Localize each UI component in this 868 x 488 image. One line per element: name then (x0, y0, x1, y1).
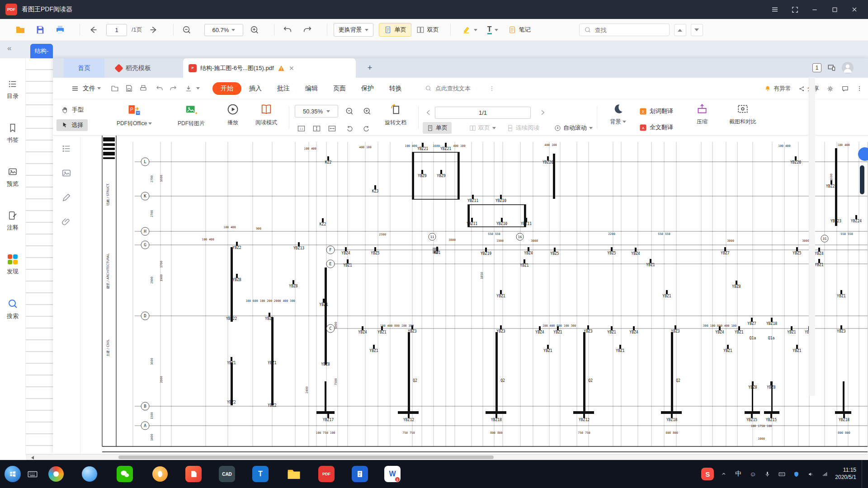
select-tool-button[interactable]: 选择 (57, 119, 88, 131)
actual-size-icon[interactable]: 1:1 (296, 123, 306, 133)
menu-edit[interactable]: 编辑 (305, 84, 318, 93)
print-icon[interactable] (139, 84, 147, 93)
comment-icon[interactable] (841, 85, 849, 93)
menu-file[interactable]: 文件 (83, 84, 95, 93)
fit-height-icon[interactable] (311, 123, 321, 133)
play-button[interactable]: 播放 (219, 103, 246, 127)
zoom-in-icon[interactable] (248, 23, 261, 37)
sogou-tray-icon[interactable]: S (701, 468, 714, 480)
redo-icon[interactable] (169, 84, 177, 93)
continuous-read-button[interactable]: 连续阅读 (503, 122, 543, 134)
vertical-scrollbar-thumb[interactable] (860, 165, 864, 194)
app-360-browser[interactable] (46, 464, 66, 484)
menu-convert[interactable]: 转换 (389, 84, 402, 93)
horizontal-scrollbar-thumb[interactable] (118, 455, 494, 459)
sidebar-item-discover[interactable]: 发现 (7, 254, 19, 276)
tray-expand-icon[interactable] (719, 469, 728, 479)
print-icon[interactable] (53, 23, 67, 37)
open-folder-icon[interactable] (111, 84, 119, 93)
app-wps-pdf[interactable] (350, 464, 370, 484)
zoom-out-icon[interactable] (180, 23, 193, 37)
shield-icon[interactable] (792, 469, 801, 479)
compress-button[interactable]: 压缩 (688, 103, 716, 126)
tab-template[interactable]: 稻壳模板 (108, 58, 159, 78)
single-page-button[interactable]: 单页 (379, 23, 411, 37)
attachment-icon[interactable] (61, 217, 71, 227)
note-button[interactable]: 笔记 (503, 23, 536, 37)
ime-indicator[interactable]: 中 (734, 469, 743, 479)
ribbon-zoom-select[interactable]: 50.35% (295, 105, 338, 117)
rotate-document-button[interactable]: 旋转文档 (379, 103, 412, 127)
tab-document[interactable]: P 结构-施工图-6号...图(15).pdf (183, 58, 356, 78)
outline-strip[interactable] (26, 58, 53, 454)
zoom-out-icon[interactable] (344, 106, 354, 116)
background-button[interactable]: 背景 (602, 103, 634, 126)
touch-keyboard-icon[interactable] (23, 464, 42, 484)
zoom-select[interactable]: 60.7% (204, 24, 243, 36)
menu-insert[interactable]: 插入 (249, 84, 262, 93)
abnormal-button[interactable]: 有异常 (764, 84, 791, 93)
tab-home[interactable]: 首页 (64, 58, 104, 78)
hand-tool-button[interactable]: 手型 (57, 104, 88, 116)
drawing-canvas[interactable]: 结施 / STRUCT.建筑 / ARCHITECTURAL土建 / CIVIL… (80, 136, 868, 454)
undo-icon[interactable] (281, 23, 294, 37)
collapse-sidebar-button[interactable]: « (7, 44, 11, 53)
pdf-to-office-button[interactable]: PW PDF转Office (107, 103, 161, 127)
find-prev-button[interactable] (674, 24, 686, 36)
app-qq[interactable] (150, 464, 170, 484)
save-icon[interactable] (33, 23, 47, 37)
word-translate-button[interactable]: 文 划词翻译 (639, 107, 673, 115)
network-icon[interactable] (821, 469, 830, 479)
undo-icon[interactable] (156, 84, 164, 93)
prev-page-icon[interactable] (424, 108, 434, 117)
device-sync-icon[interactable] (827, 63, 836, 72)
start-button[interactable] (3, 464, 23, 484)
notification-badge[interactable]: 1 (812, 63, 821, 72)
app-browser-sphere[interactable] (80, 464, 99, 484)
ribbon-double-page-button[interactable]: 双页 (465, 122, 500, 134)
microphone-icon[interactable] (763, 469, 772, 479)
assistant-float-button[interactable] (858, 147, 868, 161)
snapshot-compare-button[interactable]: 截图和对比 (721, 103, 764, 126)
keyboard-icon[interactable] (777, 469, 786, 479)
text-tool-button[interactable]: T (482, 23, 503, 37)
double-page-button[interactable]: 双页 (411, 23, 444, 37)
page-number-input[interactable] (106, 24, 127, 36)
fullscreen-icon[interactable] (785, 0, 805, 19)
sidebar-item-bookmarks[interactable]: 书签 (7, 123, 19, 144)
user-avatar[interactable] (842, 62, 854, 74)
app-wechat[interactable] (115, 464, 135, 484)
pdf-to-image-button[interactable]: PDF转图片 (166, 103, 217, 127)
export-icon[interactable] (184, 84, 193, 93)
search-box[interactable] (579, 23, 670, 36)
read-mode-button[interactable]: 阅读模式 (247, 103, 285, 127)
search-input[interactable] (595, 27, 654, 33)
more-dots-icon[interactable] (856, 85, 863, 92)
redo-icon[interactable] (301, 23, 314, 37)
ribbon-single-page-button[interactable]: 单页 (423, 122, 452, 134)
emoji-tray-icon[interactable]: ☺ (748, 469, 757, 479)
highlighter-button[interactable] (457, 23, 482, 37)
zoom-in-icon[interactable] (362, 106, 372, 116)
app-pdf-reader[interactable]: PDF (316, 464, 336, 484)
more-dots-icon[interactable] (489, 85, 495, 92)
sidebar-item-search[interactable]: 搜索 (7, 298, 19, 320)
menu-search-box[interactable] (425, 85, 495, 92)
ribbon-page-input[interactable] (435, 107, 531, 119)
next-page-icon[interactable] (538, 108, 547, 117)
sidebar-item-annotations[interactable]: 注释 (7, 211, 19, 232)
horizontal-scrollbar[interactable] (26, 454, 868, 460)
fit-width-icon[interactable] (327, 123, 337, 133)
vertical-scrollbar[interactable] (809, 77, 815, 396)
open-folder-icon[interactable] (14, 23, 27, 37)
close-button[interactable] (844, 0, 864, 19)
menu-icon[interactable] (765, 0, 785, 19)
app-wps[interactable] (184, 464, 203, 484)
scroll-left-arrow-icon[interactable] (29, 456, 34, 460)
minimize-button[interactable] (805, 0, 825, 19)
save-icon[interactable] (125, 84, 133, 92)
next-page-icon[interactable] (147, 23, 160, 37)
rotate-right-icon[interactable] (361, 123, 371, 133)
images-icon[interactable] (61, 168, 71, 178)
rotate-left-icon[interactable] (344, 123, 354, 133)
